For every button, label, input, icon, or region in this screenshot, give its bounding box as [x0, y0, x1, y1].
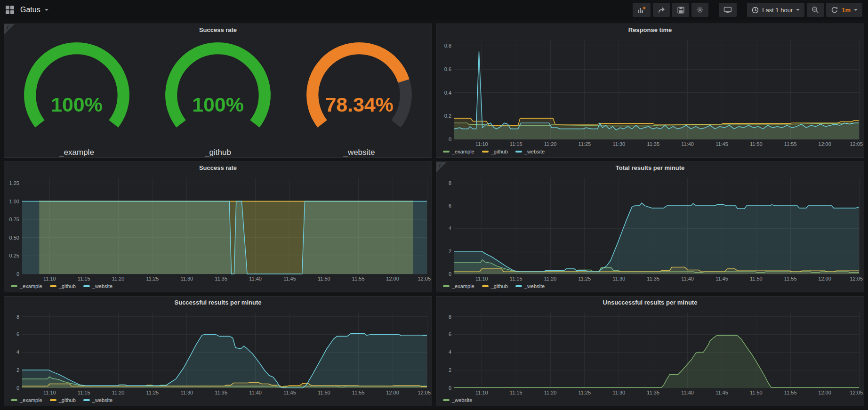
svg-text:11:45: 11:45 [283, 390, 296, 395]
dashboard-title[interactable]: Gatus [20, 6, 40, 14]
svg-text:1.00: 1.00 [9, 199, 19, 204]
svg-text:11:55: 11:55 [784, 141, 797, 147]
svg-text:0.50: 0.50 [9, 235, 19, 241]
legend-item-_example[interactable]: _example [443, 283, 474, 289]
legend-item-_website[interactable]: _website [515, 149, 545, 154]
tv-mode-button[interactable] [719, 3, 737, 17]
legend-item-_website[interactable]: _website [443, 397, 472, 403]
legend-label: _website [524, 149, 545, 154]
legend-item-_github[interactable]: _github [50, 397, 76, 403]
svg-text:11:30: 11:30 [612, 141, 625, 147]
share-icon [658, 6, 665, 14]
svg-text:0.8: 0.8 [444, 43, 451, 48]
add-panel-button[interactable] [633, 3, 651, 17]
legend-item-_github[interactable]: _github [482, 283, 508, 289]
response-time-chart[interactable]: 11:1011:1511:2011:2511:3011:3511:4011:45… [436, 36, 864, 148]
svg-text:11:15: 11:15 [510, 141, 522, 147]
zoom-out-icon [812, 6, 819, 14]
panel-response-time: Response time 11:1011:1511:2011:2511:301… [436, 24, 864, 158]
successful-results-chart[interactable]: 11:1011:1511:2011:2511:3011:3511:4011:45… [4, 309, 432, 396]
svg-text:11:25: 11:25 [579, 390, 591, 395]
save-icon [677, 7, 684, 14]
success-rate-chart[interactable]: 11:1011:1511:2011:2511:3011:3511:4011:45… [4, 174, 432, 282]
panel-unsuccessful-results: Unsuccessful results per minute 11:1011:… [436, 296, 864, 406]
svg-text:2: 2 [449, 249, 451, 254]
save-button[interactable] [672, 3, 689, 17]
svg-text:11:25: 11:25 [579, 141, 591, 147]
svg-text:4: 4 [449, 349, 451, 355]
panel-title[interactable]: Success rate [4, 162, 432, 174]
legend-item-_example[interactable]: _example [443, 149, 474, 154]
svg-text:11:55: 11:55 [784, 276, 797, 281]
settings-button[interactable] [691, 3, 708, 17]
svg-text:2: 2 [16, 367, 19, 373]
gear-icon [696, 6, 704, 14]
legend-item-_example[interactable]: _example [11, 283, 42, 289]
legend-item-_github[interactable]: _github [482, 149, 508, 154]
svg-text:11:50: 11:50 [750, 390, 763, 395]
svg-text:78.34%: 78.34% [325, 93, 393, 115]
svg-text:6: 6 [449, 203, 451, 209]
legend-item-_website[interactable]: _website [83, 397, 113, 403]
svg-text:0.6: 0.6 [444, 66, 451, 72]
zoom-out-button[interactable] [807, 3, 824, 17]
legend-item-_website[interactable]: _website [83, 283, 113, 289]
legend-color-icon [443, 285, 450, 287]
legend-color-icon [11, 285, 17, 287]
refresh-button[interactable]: 1m [826, 3, 862, 17]
info-corner[interactable] [436, 162, 447, 172]
svg-text:11:45: 11:45 [715, 390, 728, 395]
legend-item-_example[interactable]: _example [11, 397, 42, 403]
panel-title[interactable]: Success rate [4, 24, 432, 36]
svg-text:0.25: 0.25 [9, 253, 19, 258]
chevron-down-icon [854, 9, 858, 11]
panel-title[interactable]: Response time [436, 24, 864, 36]
clock-icon [752, 7, 759, 14]
svg-text:4: 4 [449, 225, 451, 231]
svg-text:11:20: 11:20 [544, 141, 557, 147]
svg-text:11:30: 11:30 [612, 390, 625, 395]
time-range-label: Last 1 hour [762, 7, 793, 14]
svg-text:12:05: 12:05 [850, 276, 863, 281]
unsuccessful-results-chart[interactable]: 11:1011:1511:2011:2511:3011:3511:4011:45… [436, 309, 864, 396]
svg-text:11:50: 11:50 [318, 276, 330, 281]
share-button[interactable] [653, 3, 670, 17]
svg-text:11:30: 11:30 [180, 276, 193, 281]
panel-title[interactable]: Unsuccessful results per minute [436, 297, 864, 309]
svg-text:0: 0 [16, 271, 19, 277]
grafana-dashboard: Gatus [0, 0, 868, 410]
svg-text:12:00: 12:00 [818, 390, 831, 395]
legend-color-icon [83, 399, 90, 401]
svg-text:0: 0 [16, 385, 19, 391]
panel-title[interactable]: Successful results per minute [4, 297, 432, 309]
chevron-down-icon[interactable] [45, 9, 48, 11]
legend-color-icon [50, 399, 56, 401]
info-icon[interactable]: i [7, 24, 8, 30]
svg-text:11:15: 11:15 [510, 390, 522, 395]
legend: _example_github_website [436, 148, 864, 157]
legend-color-icon [443, 399, 450, 401]
grafana-logo-icon[interactable] [6, 6, 14, 14]
panel-title[interactable]: Total results per minute [436, 162, 864, 174]
legend-label: _example [452, 283, 474, 289]
legend-item-_website[interactable]: _website [515, 283, 545, 289]
legend-color-icon [50, 285, 56, 287]
total-results-chart[interactable]: 11:1011:1511:2011:2511:3011:3511:4011:45… [436, 174, 864, 282]
legend: _website [436, 396, 864, 406]
svg-text:11:15: 11:15 [78, 276, 90, 281]
legend-color-icon [482, 285, 489, 287]
svg-text:12:00: 12:00 [818, 141, 831, 147]
svg-text:11:10: 11:10 [475, 141, 488, 147]
gauge-_github: 100%_github [149, 37, 287, 157]
info-corner[interactable] [4, 24, 15, 34]
time-range-button[interactable]: Last 1 hour [747, 3, 804, 17]
info-icon[interactable]: i [439, 162, 441, 168]
legend-label: _example [20, 397, 42, 403]
svg-text:100%: 100% [51, 93, 103, 115]
svg-text:11:50: 11:50 [750, 141, 763, 147]
svg-text:11:10: 11:10 [43, 390, 56, 395]
svg-text:11:20: 11:20 [544, 276, 557, 281]
svg-text:11:40: 11:40 [681, 390, 694, 395]
legend-item-_github[interactable]: _github [50, 283, 76, 289]
svg-text:1.25: 1.25 [9, 180, 19, 186]
